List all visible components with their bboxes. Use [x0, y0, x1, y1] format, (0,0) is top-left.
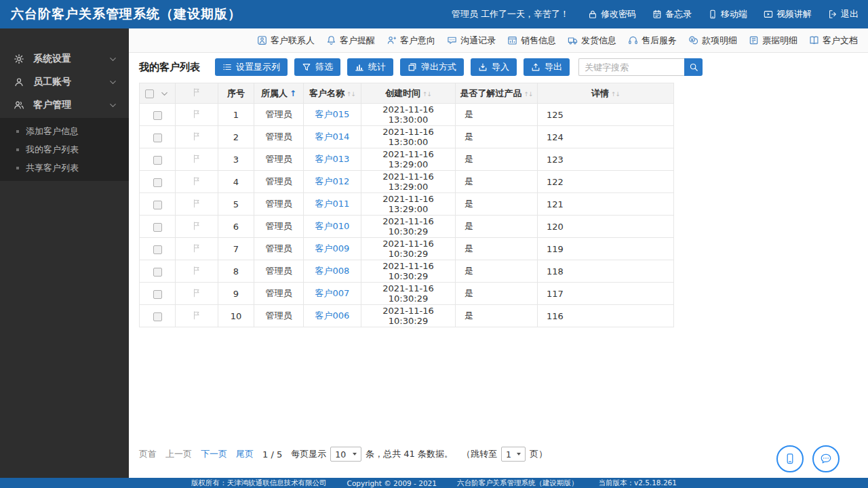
- toolbar-item-label: 款项明细: [702, 35, 737, 47]
- flag-column-header[interactable]: [176, 83, 218, 104]
- toolbar-item-customer-contacts[interactable]: 客户联系人: [257, 35, 315, 47]
- row-checkbox[interactable]: [153, 223, 162, 232]
- sidebar-item-system-settings[interactable]: 系统设置: [0, 47, 129, 70]
- jump-page-value: 1: [506, 449, 511, 460]
- title-row: 我的客户列表 设置显示列 筛选 统计 弹出方式: [139, 58, 858, 76]
- chevron-down-icon[interactable]: [159, 89, 170, 99]
- submenu-label: 我的客户列表: [26, 144, 79, 156]
- sidebar-item-customer-management[interactable]: 客户管理: [0, 94, 129, 117]
- submenu-bullet: [16, 148, 19, 151]
- row-name-cell: 客户007: [304, 283, 361, 305]
- submenu-label: 共享客户列表: [26, 162, 79, 174]
- customer-link[interactable]: 客户013: [315, 154, 350, 164]
- toolbar-item-after-sales-service[interactable]: 售后服务: [628, 35, 677, 47]
- sort-icon: ↑↓: [347, 91, 355, 98]
- customer-link[interactable]: 客户006: [315, 310, 350, 321]
- chat-icon: [447, 35, 457, 45]
- per-page-select[interactable]: 10: [330, 447, 361, 462]
- logout-button[interactable]: 退出: [828, 8, 859, 20]
- row-flag-cell[interactable]: [176, 193, 218, 216]
- export-button[interactable]: 导出: [524, 58, 570, 76]
- column-header-detail[interactable]: 详情↑↓: [538, 83, 674, 104]
- search-icon: [689, 62, 698, 72]
- invoice-icon: [749, 35, 759, 45]
- flag-icon: [192, 288, 201, 298]
- next-page-link[interactable]: 下一页: [201, 448, 227, 460]
- toolbar-item-payment-details[interactable]: 款项明细: [688, 35, 737, 47]
- column-header-name[interactable]: 客户名称↑↓: [304, 83, 361, 104]
- search-input[interactable]: [578, 58, 684, 76]
- column-header-owner[interactable]: 所属人↑: [254, 83, 304, 104]
- import-button[interactable]: 导入: [471, 58, 517, 76]
- change-password-button[interactable]: 修改密码: [588, 8, 636, 20]
- submenu-label: 添加客户信息: [26, 125, 79, 138]
- row-flag-cell[interactable]: [176, 104, 218, 126]
- jump-page-select[interactable]: 1: [501, 447, 526, 462]
- row-flag-cell[interactable]: [176, 216, 218, 238]
- sidebar-item-add-customer[interactable]: 添加客户信息: [0, 122, 129, 140]
- toolbar-item-customer-documents[interactable]: 客户文档: [809, 35, 858, 47]
- sidebar-item-shared-customer-list[interactable]: 共享客户列表: [0, 159, 129, 177]
- memo-icon: [652, 9, 662, 19]
- sales-icon: [507, 35, 517, 45]
- memo-button[interactable]: 备忘录: [652, 8, 692, 20]
- column-header-created[interactable]: 创建时间↑↓: [361, 83, 456, 104]
- customer-link[interactable]: 客户011: [315, 199, 350, 209]
- row-checkbox[interactable]: [153, 268, 162, 277]
- row-detail: 121: [538, 193, 674, 216]
- set-columns-button[interactable]: 设置显示列: [215, 58, 288, 76]
- row-checkbox-cell: [140, 171, 176, 193]
- row-checkbox[interactable]: [153, 111, 162, 120]
- row-known: 是: [456, 148, 538, 171]
- row-flag-cell[interactable]: [176, 305, 218, 327]
- video-button[interactable]: 视频讲解: [764, 8, 812, 20]
- first-page-link[interactable]: 页首: [139, 448, 157, 460]
- customer-link[interactable]: 客户014: [315, 131, 350, 142]
- row-flag-cell[interactable]: [176, 148, 218, 171]
- row-checkbox[interactable]: [153, 156, 162, 165]
- mobile-app-float-button[interactable]: [776, 445, 804, 472]
- sidebar-item-employee-accounts[interactable]: 员工账号: [0, 70, 129, 94]
- column-header-seq[interactable]: 序号: [218, 83, 254, 104]
- app: 六台阶客户关系管理系统（建设期版） 管理员 工作了一天，辛苦了！ 修改密码 备忘…: [0, 0, 868, 488]
- row-seq: 10: [218, 305, 254, 327]
- customer-link[interactable]: 客户015: [315, 109, 350, 119]
- toolbar-item-invoice-details[interactable]: 票据明细: [749, 35, 797, 47]
- statistics-button[interactable]: 统计: [347, 58, 393, 76]
- row-checkbox[interactable]: [153, 245, 162, 254]
- sidebar-item-my-customer-list[interactable]: 我的客户列表: [0, 140, 129, 159]
- popup-mode-button[interactable]: 弹出方式: [400, 58, 464, 76]
- row-checkbox[interactable]: [153, 178, 162, 187]
- prev-page-link[interactable]: 上一页: [165, 448, 192, 460]
- customer-link[interactable]: 客户012: [315, 176, 350, 186]
- toolbar-item-shipping-info[interactable]: 发货信息: [568, 35, 616, 47]
- search-button[interactable]: [684, 58, 703, 76]
- column-header-known[interactable]: 是否了解过产品↑↓: [456, 83, 538, 104]
- jump-prefix: （跳转至: [462, 448, 497, 460]
- toolbar-item-customer-intent[interactable]: 客户意向: [387, 35, 435, 47]
- toolbar-item-customer-reminders[interactable]: 客户提醒: [326, 35, 375, 47]
- row-flag-cell[interactable]: [176, 283, 218, 305]
- row-flag-cell[interactable]: [176, 126, 218, 148]
- filter-button[interactable]: 筛选: [294, 58, 340, 76]
- column-label: 是否了解过产品: [460, 88, 521, 98]
- customer-link[interactable]: 客户010: [315, 221, 350, 231]
- row-checkbox[interactable]: [153, 201, 162, 209]
- row-flag-cell[interactable]: [176, 171, 218, 193]
- flag-icon: [192, 109, 201, 119]
- select-all-checkbox[interactable]: [145, 89, 154, 98]
- customer-link[interactable]: 客户007: [315, 288, 350, 298]
- row-flag-cell[interactable]: [176, 238, 218, 260]
- row-checkbox[interactable]: [153, 134, 162, 142]
- row-checkbox[interactable]: [153, 290, 162, 299]
- last-page-link[interactable]: 尾页: [236, 448, 254, 460]
- customer-link[interactable]: 客户008: [315, 266, 350, 276]
- row-checkbox[interactable]: [153, 312, 162, 321]
- sort-icon: ↑↓: [524, 91, 532, 98]
- mobile-button[interactable]: 移动端: [708, 8, 747, 20]
- row-flag-cell[interactable]: [176, 260, 218, 283]
- feedback-chat-float-button[interactable]: [812, 445, 840, 472]
- toolbar-item-communication-log[interactable]: 沟通记录: [447, 35, 496, 47]
- toolbar-item-sales-info[interactable]: 销售信息: [507, 35, 556, 47]
- customer-link[interactable]: 客户009: [315, 243, 350, 253]
